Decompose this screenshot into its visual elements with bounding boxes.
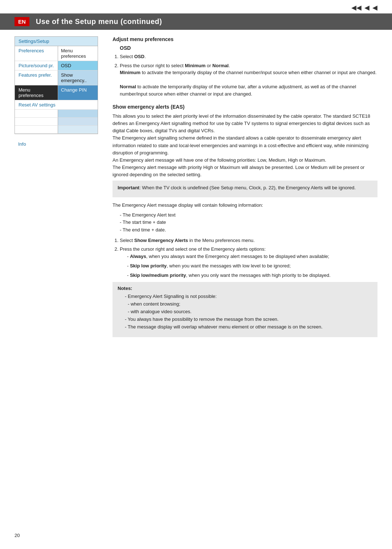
osd-step-1: Select OSD. <box>120 53 377 60</box>
osd-steps: Select OSD. Press the cursor right to se… <box>120 53 377 97</box>
menu-row-preferences: Preferences Menu preferences <box>15 46 98 61</box>
rewind-icon[interactable]: ◀ <box>364 4 369 12</box>
menu-row-picture: Picture/sound pr. OSD <box>15 61 98 70</box>
note-3: The message display will overlap whateve… <box>125 323 372 331</box>
menu-submenu-osd[interactable]: OSD <box>58 61 98 70</box>
menu-empty-left-3 <box>15 126 58 133</box>
message-list: The Emergency Alert text The start time … <box>120 211 377 234</box>
section-title: Adjust menu preferences <box>113 36 377 42</box>
menu-label-preferences[interactable]: Preferences <box>15 46 58 61</box>
message-item-2: The start time + date <box>120 219 377 226</box>
note-1: Emergency Alert Signalling is not possib… <box>125 293 372 315</box>
emergency-intro-1: This allows you to select the alert prio… <box>113 113 377 178</box>
menu-empty-right-2 <box>58 118 98 125</box>
osd-subtitle: OSD <box>120 45 377 51</box>
important-text: Important: When the TV clock is undefine… <box>118 184 372 191</box>
right-content: Adjust menu preferences OSD Select OSD. … <box>113 36 377 344</box>
menu-box-title: Settings/Setup <box>15 37 98 46</box>
osd-step-2: Press the cursor right to select Minimum… <box>120 62 377 98</box>
message-item-3: The end time + date. <box>120 226 377 234</box>
menu-label-menu-preferences[interactable]: Menu preferences <box>15 85 58 100</box>
emergency-steps: Select Show Emergency Alerts in the Menu… <box>120 237 377 279</box>
menu-submenu-change-pin[interactable]: Change PIN <box>58 85 98 100</box>
note-2: You always have the possibility to remov… <box>125 316 372 323</box>
emergency-step-1: Select Show Emergency Alerts in the Menu… <box>120 237 377 244</box>
notes-box: Notes: Emergency Alert Signalling is not… <box>113 282 377 337</box>
language-badge: EN <box>15 17 29 26</box>
menu-submenu-preferences[interactable]: Menu preferences <box>58 46 98 61</box>
notes-list: Emergency Alert Signalling is not possib… <box>125 293 372 331</box>
menu-row-features: Features prefer. Show emergency.. <box>15 70 98 85</box>
menu-label-features[interactable]: Features prefer. <box>15 70 58 85</box>
menu-empty-right-1 <box>58 110 98 117</box>
menu-empty-row-1 <box>15 110 98 118</box>
important-box: Important: When the TV clock is undefine… <box>113 181 377 197</box>
main-content: Settings/Setup Preferences Menu preferen… <box>0 36 392 344</box>
emergency-step-2: Press the cursor right and select one of… <box>120 246 377 279</box>
sidebar-info: Info <box>15 134 102 149</box>
menu-label-picture[interactable]: Picture/sound pr. <box>15 61 58 70</box>
option-skip-low-medium: Skip low/medium priority, when you only … <box>127 272 377 279</box>
menu-empty-right-3 <box>58 126 98 133</box>
menu-empty-row-2 <box>15 118 98 126</box>
menu-empty-rows <box>15 110 98 134</box>
menu-label-reset[interactable]: Reset AV settings <box>15 100 98 110</box>
back-icon[interactable]: ◀ <box>372 4 377 12</box>
osd-block: OSD Select OSD. Press the cursor right t… <box>113 45 377 97</box>
top-nav: ◀◀ ◀ ◀ <box>0 0 392 13</box>
header-bar: EN Use of the Setup menu (continued) <box>0 13 392 30</box>
page-title: Use of the Setup menu (continued) <box>36 17 162 26</box>
page-number: 20 <box>15 533 20 538</box>
menu-row-menu-preferences: Menu preferences Change PIN <box>15 85 98 100</box>
notes-title: Notes: <box>118 286 372 291</box>
menu-box: Settings/Setup Preferences Menu preferen… <box>15 36 98 134</box>
message-item-1: The Emergency Alert text <box>120 211 377 219</box>
emergency-block: Show emergency alerts (EAS) This allows … <box>113 104 377 337</box>
option-skip-low: Skip low priority, when you want the mes… <box>127 262 377 270</box>
sidebar: Settings/Setup Preferences Menu preferen… <box>15 36 102 344</box>
skip-back-icon[interactable]: ◀◀ <box>351 4 362 12</box>
emergency-options: Always, when you always want the Emergen… <box>127 253 377 279</box>
menu-empty-left-1 <box>15 110 58 117</box>
message-info: The Emergency Alert message display will… <box>113 202 377 209</box>
emergency-subtitle: Show emergency alerts (EAS) <box>113 104 377 110</box>
menu-empty-row-3 <box>15 126 98 134</box>
menu-submenu-show-emergency[interactable]: Show emergency.. <box>58 70 98 85</box>
menu-empty-left-2 <box>15 118 58 125</box>
option-always: Always, when you always want the Emergen… <box>127 253 377 261</box>
